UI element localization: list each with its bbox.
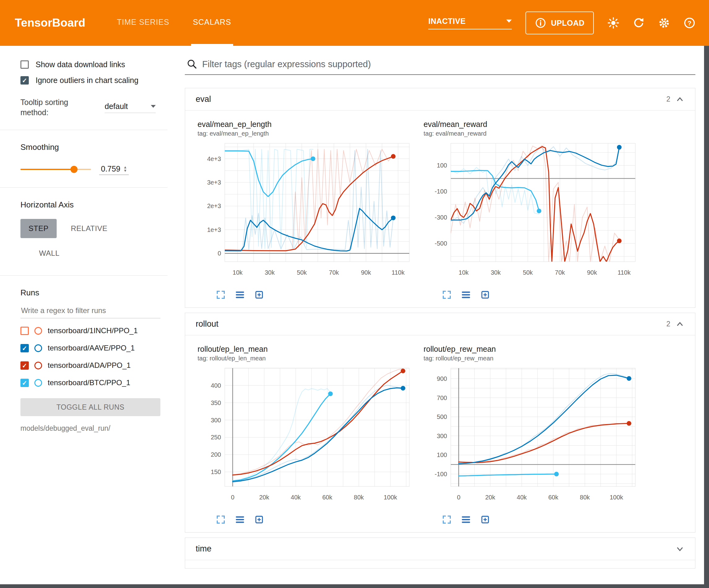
chart-plot[interactable]: 020k40k60k80k100k-100100300500700900: [423, 365, 640, 511]
data-table-icon[interactable]: [461, 514, 471, 525]
brightness-icon[interactable]: [607, 17, 619, 29]
svg-text:60k: 60k: [322, 494, 333, 501]
svg-text:-300: -300: [435, 214, 447, 221]
runs-filter-input[interactable]: [21, 303, 160, 318]
run-color-radio[interactable]: [34, 327, 42, 335]
smoothing-slider[interactable]: [21, 169, 91, 170]
settings-gear-icon[interactable]: [658, 17, 670, 29]
expand-icon[interactable]: [442, 514, 452, 525]
chart-eval-mean-reward[interactable]: eval/mean_rewardtag: eval/mean_reward10k…: [423, 120, 642, 300]
smoothing-controls: 0.759 ▲▼: [21, 164, 167, 175]
chart-tag: tag: rollout/ep_rew_mean: [423, 355, 642, 362]
help-icon[interactable]: ?: [684, 17, 695, 29]
toggle-all-runs-button[interactable]: TOGGLE ALL RUNS: [21, 398, 160, 416]
svg-text:300: 300: [211, 417, 221, 424]
axis-wall-button[interactable]: WALL: [31, 244, 68, 263]
svg-text:110k: 110k: [392, 269, 405, 276]
svg-text:100: 100: [437, 162, 447, 169]
chart-title: eval/mean_ep_length: [198, 120, 416, 129]
section-rollout-header[interactable]: rollout 2: [185, 313, 695, 335]
run-row-aave[interactable]: tensorboard/AAVE/PPO_1: [21, 344, 167, 352]
svg-text:40k: 40k: [517, 494, 527, 501]
filter-tags-input[interactable]: [202, 59, 694, 69]
refresh-icon[interactable]: [633, 17, 645, 29]
chevron-down-icon[interactable]: [675, 544, 685, 554]
divider: [0, 130, 167, 130]
section-title: rollout: [196, 319, 218, 329]
checkbox-box[interactable]: [21, 60, 29, 69]
svg-text:-100: -100: [435, 188, 447, 195]
chart-plot[interactable]: 10k30k50k70k90k110k-500-300-100100: [423, 140, 640, 286]
chevron-up-icon[interactable]: [675, 319, 685, 329]
svg-text:50k: 50k: [523, 269, 533, 276]
svg-text:110k: 110k: [618, 269, 631, 276]
run-checkbox[interactable]: [21, 327, 29, 335]
section-time-header[interactable]: time: [185, 538, 695, 560]
expand-icon[interactable]: [442, 289, 452, 300]
data-table-icon[interactable]: [461, 289, 471, 300]
run-checkbox[interactable]: [21, 379, 29, 387]
chart-action-bar: [198, 514, 416, 525]
chart-action-bar: [423, 514, 642, 525]
tab-scalars[interactable]: SCALARS: [191, 0, 233, 46]
runs-directory-path: models/debugged_eval_run/: [21, 424, 167, 433]
svg-text:0: 0: [457, 494, 461, 501]
svg-text:-500: -500: [435, 240, 447, 247]
tooltip-sorting-value: default: [105, 102, 128, 111]
tooltip-sorting-select[interactable]: default: [105, 102, 156, 113]
section-eval-header[interactable]: eval 2: [185, 88, 695, 110]
divider: [0, 187, 167, 188]
chart-plot[interactable]: 020k40k60k80k100k150200250300350400: [198, 365, 414, 511]
chart-action-bar: [423, 289, 642, 300]
svg-text:60k: 60k: [548, 494, 558, 501]
show-download-links-checkbox[interactable]: Show data download links: [21, 60, 167, 69]
expand-icon[interactable]: [215, 289, 226, 300]
section-eval: eval 2 eval/mean_ep_lengthtag: eval/mean…: [185, 88, 695, 308]
chart-tag: tag: rollout/ep_len_mean: [198, 355, 416, 362]
horizontal-scrollbar[interactable]: [0, 584, 709, 588]
data-table-icon[interactable]: [235, 514, 245, 525]
upload-button[interactable]: UPLOAD: [525, 11, 594, 34]
axis-step-button[interactable]: STEP: [21, 219, 57, 238]
ignore-outliers-checkbox[interactable]: Ignore outliers in chart scaling: [21, 76, 167, 85]
expand-icon[interactable]: [215, 514, 226, 525]
svg-text:?: ?: [688, 20, 692, 27]
run-color-radio[interactable]: [34, 344, 42, 352]
axis-relative-button[interactable]: RELATIVE: [63, 219, 115, 238]
run-color-radio[interactable]: [34, 379, 42, 387]
slider-thumb[interactable]: [71, 166, 78, 173]
upload-label: UPLOAD: [551, 19, 584, 28]
tab-time-series[interactable]: TIME SERIES: [115, 0, 171, 46]
chart-plot[interactable]: 10k30k50k70k90k110k01e+32e+33e+34e+3: [198, 140, 414, 286]
connection-status-dropdown[interactable]: INACTIVE: [428, 17, 512, 29]
checkbox-box[interactable]: [21, 76, 29, 84]
run-color-radio[interactable]: [34, 362, 42, 369]
run-list: tensorboard/1INCH/PPO_1 tensorboard/AAVE…: [21, 326, 167, 387]
svg-text:200: 200: [211, 451, 221, 458]
run-label: tensorboard/AAVE/PPO_1: [48, 344, 135, 352]
vertical-scrollbar[interactable]: [704, 46, 709, 584]
run-row-btc[interactable]: tensorboard/BTC/PPO_1: [21, 378, 167, 387]
svg-text:3e+3: 3e+3: [207, 179, 221, 186]
chart-rollout-ep-rew-mean[interactable]: rollout/ep_rew_meantag: rollout/ep_rew_m…: [423, 344, 642, 525]
chart-rollout-ep-len-mean[interactable]: rollout/ep_len_meantag: rollout/ep_len_m…: [198, 344, 416, 525]
run-checkbox[interactable]: [21, 344, 29, 352]
fit-domain-icon[interactable]: [480, 514, 491, 525]
section-time: time: [185, 538, 695, 568]
stepper-icon[interactable]: ▲▼: [124, 165, 127, 173]
chevron-up-icon[interactable]: [675, 95, 685, 104]
svg-text:100k: 100k: [610, 494, 623, 501]
svg-text:500: 500: [437, 413, 447, 420]
svg-text:400: 400: [211, 382, 221, 389]
run-row-1inch[interactable]: tensorboard/1INCH/PPO_1: [21, 326, 167, 335]
svg-text:30k: 30k: [265, 269, 275, 276]
chart-eval-mean-ep-length[interactable]: eval/mean_ep_lengthtag: eval/mean_ep_len…: [198, 120, 416, 300]
smoothing-value-input[interactable]: 0.759 ▲▼: [99, 164, 129, 175]
fit-domain-icon[interactable]: [254, 514, 264, 525]
fit-domain-icon[interactable]: [254, 289, 264, 300]
run-row-ada[interactable]: tensorboard/ADA/PPO_1: [21, 361, 167, 370]
checkbox-label: Show data download links: [35, 60, 125, 69]
fit-domain-icon[interactable]: [480, 289, 491, 300]
data-table-icon[interactable]: [235, 289, 245, 300]
run-checkbox[interactable]: [21, 361, 29, 370]
